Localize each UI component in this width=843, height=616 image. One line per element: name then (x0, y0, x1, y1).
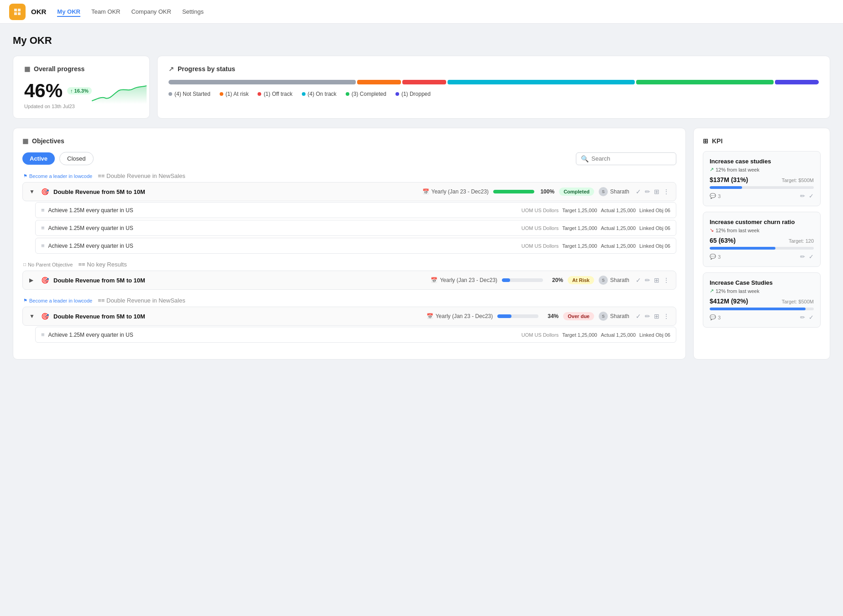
kpi-comments-2[interactable]: 💬 3 (710, 254, 721, 260)
status-bar-row (169, 80, 819, 84)
expand-icon-3[interactable]: ▼ (29, 313, 37, 319)
grid-icon-3[interactable]: ⊞ (654, 313, 659, 320)
kpi-check-icon-3[interactable]: ✓ (809, 314, 814, 321)
kpi-trend-2: ↘ 12% from last week (710, 227, 814, 233)
kr-target-3-1: Target 1,25,000 (562, 332, 597, 338)
objective-group-1: Become a leader in lowcode ≡ Double Reve… (22, 172, 676, 254)
dot-dropped (395, 92, 399, 96)
breadcrumb-kr-3: ≡ Double Revenue in NewSales (98, 297, 185, 304)
kpi-check-icon-1[interactable]: ✓ (809, 193, 814, 199)
more-icon-1[interactable]: ⋮ (663, 188, 669, 195)
breadcrumb-parent-1: Become a leader in lowcode (23, 172, 92, 179)
obj-status-2: At Risk (568, 276, 594, 284)
active-button[interactable]: Active (22, 152, 55, 165)
kr-row-3-1: ≡ Achieve 1.25M every quarter in US UOM … (35, 327, 676, 343)
kpi-edit-icon-3[interactable]: ✏ (800, 314, 805, 321)
kpi-right-actions-3: ✏ ✓ (800, 314, 814, 321)
calendar-icon-1: 📅 (422, 188, 429, 195)
top-cards-row: ▦ Overall progress 46% 16.3% Updated on … (13, 56, 830, 119)
nav-settings[interactable]: Settings (182, 6, 204, 17)
kr-icon-3-1: ≡ (41, 331, 45, 338)
kpi-bar-1 (710, 186, 814, 189)
kr-uom-3-1: UOM US Dollors (522, 332, 558, 338)
obj-status-3: Over due (563, 312, 594, 320)
obj-period-2: 📅 Yearly (Jan 23 - Dec23) (431, 277, 497, 283)
kpi-header: ⊞ KPI (703, 137, 821, 145)
legend-completed: (3) Completed (346, 91, 386, 97)
obj-pct-2: 20% (548, 277, 563, 283)
progress-bar-wrap-3 (497, 314, 538, 318)
kpi-trend-1: ↗ 12% from last week (710, 167, 814, 172)
search-input[interactable] (591, 155, 671, 162)
objective-row-1: ▼ 🎯 Double Revenue from 5M to 10M 📅 Year… (22, 182, 676, 201)
check-icon-2[interactable]: ✓ (636, 277, 641, 284)
kpi-trend-text-1: 12% from last week (716, 167, 759, 172)
overall-icon: ▦ (24, 65, 30, 73)
kpi-value-row-2: 65 (63%) Target: 120 (710, 237, 814, 244)
overall-card-header: ▦ Overall progress (24, 65, 138, 73)
comment-icon-1: 💬 (710, 193, 716, 199)
kr-uom-1-2: UOM US Dollors (522, 225, 558, 231)
objectives-header: ▦ Objectives (22, 137, 676, 145)
kr-uom-1-3: UOM US Dollors (522, 243, 558, 249)
more-icon-2[interactable]: ⋮ (663, 277, 669, 284)
assignee-name-2: Sharath (610, 277, 629, 283)
kpi-right-actions-1: ✏ ✓ (800, 193, 814, 199)
legend-off-track-label: (1) Off track (263, 91, 292, 97)
obj-assignee-3: S Sharath (599, 312, 629, 321)
kpi-edit-icon-2[interactable]: ✏ (800, 253, 805, 260)
grid-icon-2[interactable]: ⊞ (654, 277, 659, 284)
check-icon-3[interactable]: ✓ (636, 313, 641, 320)
objective-group-2: No Parent Objective ≡ No key Results ▶ 🎯… (22, 261, 676, 290)
grid-icon-1[interactable]: ⊞ (654, 188, 659, 195)
kpi-comments-1[interactable]: 💬 3 (710, 193, 721, 199)
nav-team-okr[interactable]: Team OKR (91, 6, 121, 17)
kpi-target-2: Target: 120 (789, 238, 814, 244)
progress-icon: ↗ (169, 65, 174, 73)
kr-linked-3-1: Linked Obj 06 (639, 332, 670, 338)
edit-icon-2[interactable]: ✏ (645, 277, 650, 284)
kpi-item-1: Increase case studies ↗ 12% from last we… (703, 151, 821, 206)
kr-name-1-1: Achieve 1.25M every quarter in US (48, 207, 518, 214)
closed-button[interactable]: Closed (59, 152, 93, 165)
legend-not-started: (4) Not Started (169, 91, 211, 97)
search-icon: 🔍 (581, 155, 589, 162)
bar-not-started (169, 80, 356, 84)
kpi-bar-3 (710, 308, 814, 310)
comment-icon-3: 💬 (710, 314, 716, 320)
legend-not-started-label: (4) Not Started (174, 91, 211, 97)
kpi-value-row-3: $412M (92%) Target: $500M (710, 298, 814, 305)
dot-at-risk (220, 92, 223, 96)
overall-card-title: Overall progress (34, 65, 84, 73)
search-box[interactable]: 🔍 (576, 152, 676, 165)
kpi-value-row-1: $137M (31%) Target: $500M (710, 176, 814, 183)
kr-actual-1-2: Actual 1,25,000 (601, 225, 636, 231)
comment-count-1: 3 (718, 193, 721, 199)
kr-icon-1-2: ≡ (41, 224, 45, 231)
bar-off-track (402, 80, 446, 84)
edit-icon-3[interactable]: ✏ (645, 313, 650, 320)
edit-icon-1[interactable]: ✏ (645, 188, 650, 195)
more-icon-3[interactable]: ⋮ (663, 313, 669, 320)
kpi-value-2: 65 (63%) (710, 237, 736, 244)
kpi-check-icon-2[interactable]: ✓ (809, 253, 814, 260)
obj-period-1: 📅 Yearly (Jan 23 - Dec23) (422, 188, 489, 195)
kpi-name-2: Increase customer churn ratio (710, 219, 814, 225)
nav-my-okr[interactable]: My OKR (57, 6, 80, 17)
page-content: My OKR ▦ Overall progress 46% 16.3% Upda… (0, 24, 843, 371)
obj-target-icon-1: 🎯 (41, 188, 49, 195)
overall-progress-card: ▦ Overall progress 46% 16.3% Updated on … (13, 56, 150, 119)
check-icon-1[interactable]: ✓ (636, 188, 641, 195)
overall-percentage: 46% (24, 80, 63, 102)
expand-icon-1[interactable]: ▼ (29, 188, 37, 195)
legend-completed-label: (3) Completed (352, 91, 386, 97)
expand-icon-2[interactable]: ▶ (29, 277, 37, 283)
kr-linked-1-2: Linked Obj 06 (639, 225, 670, 231)
progress-bar-fill-3 (497, 314, 511, 318)
nav-company-okr[interactable]: Company OKR (131, 6, 171, 17)
bar-on-track (448, 80, 635, 84)
kpi-edit-icon-1[interactable]: ✏ (800, 193, 805, 199)
objective-row-3: ▼ 🎯 Double Revenue from 5M to 10M 📅 Year… (22, 307, 676, 326)
kpi-comments-3[interactable]: 💬 3 (710, 314, 721, 320)
progress-bar-wrap-2 (502, 278, 543, 282)
